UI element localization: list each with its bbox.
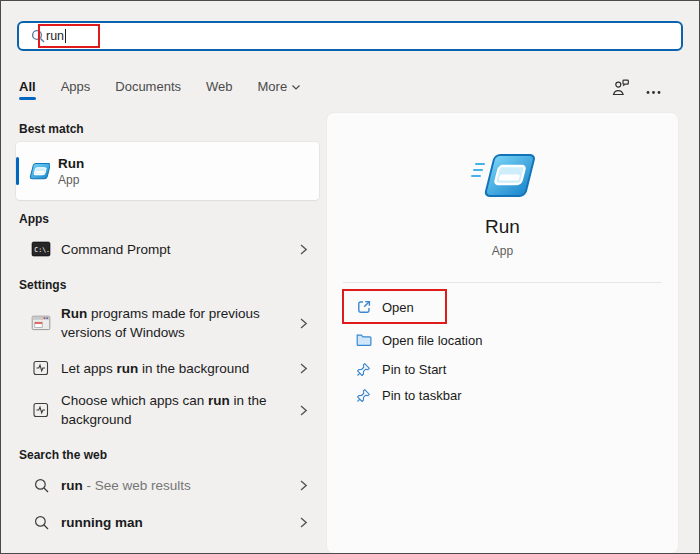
result-label: Command Prompt [61,240,279,259]
action-pin-to-taskbar[interactable]: Pin to taskbar [327,381,678,409]
run-app-icon [26,161,50,182]
chevron-right-icon [299,362,308,375]
preview-panel: Run App Open Open file location [326,112,679,554]
chevron-right-icon [299,516,308,529]
tab-documents[interactable]: Documents [115,79,181,94]
best-match-title: Run [58,155,276,172]
selection-accent-bar [16,157,19,185]
preview-app-subtitle: App [327,244,678,258]
folder-icon [355,333,372,347]
section-header-apps: Apps [19,212,49,226]
filter-tabs: All Apps Documents Web More [19,79,326,94]
result-label: running man [61,513,279,532]
background-apps-icon [29,359,53,377]
result-web-running-man[interactable]: running man [16,504,319,540]
tab-all[interactable]: All [19,79,36,94]
chevron-down-icon [291,83,301,91]
divider [343,282,662,283]
result-label: run - See web results [61,476,279,495]
result-command-prompt[interactable]: C:\. Command Prompt [16,231,319,267]
section-header-web: Search the web [19,448,107,462]
preview-app-title: Run [327,216,678,238]
result-web-run[interactable]: run - See web results [16,467,319,503]
action-label: Pin to Start [382,362,446,377]
chevron-right-icon [299,404,308,417]
action-label: Pin to taskbar [382,388,462,403]
result-let-apps-run-background[interactable]: Let apps run in the background [16,350,319,386]
text-caret [65,29,66,43]
command-prompt-icon: C:\. [29,240,53,258]
more-options-icon[interactable] [646,81,661,99]
search-query-highlight-box: run [38,24,100,48]
tab-more[interactable]: More [258,79,302,94]
result-label: Run programs made for previous versions … [61,304,279,342]
svg-text:C:\.: C:\. [34,246,50,254]
best-match-result-run[interactable]: Run App [16,142,319,200]
result-label: Let apps run in the background [61,359,279,378]
web-search-icon [29,515,53,530]
pin-icon [355,388,372,403]
tab-apps[interactable]: Apps [61,79,91,94]
chevron-right-icon [299,317,308,330]
action-open-file-location[interactable]: Open file location [327,326,678,354]
chevron-right-icon [299,479,308,492]
section-header-settings: Settings [19,278,66,292]
result-choose-apps-background[interactable]: Choose which apps can run in the backgro… [16,384,319,436]
background-apps-icon [29,401,53,419]
selected-tab-indicator [19,97,36,100]
chevron-right-icon [299,243,308,256]
web-search-icon [29,478,53,493]
action-pin-to-start[interactable]: Pin to Start [327,355,678,383]
search-bar[interactable]: run [17,21,683,51]
section-header-best-match: Best match [19,122,84,136]
run-app-icon-large [469,151,537,205]
result-label: Choose which apps can run in the backgro… [61,391,279,429]
tab-web[interactable]: Web [206,79,233,94]
pin-icon [355,362,372,377]
search-input-value[interactable]: run [46,29,64,43]
open-highlight-box [342,289,447,324]
best-match-subtitle: App [58,172,276,188]
tab-more-label: More [258,79,288,94]
compatibility-icon [29,313,53,333]
result-run-compatibility-setting[interactable]: Run programs made for previous versions … [16,297,319,349]
account-icon[interactable] [612,79,630,100]
windows-search-flyout: run All Apps Documents Web More [0,0,700,554]
action-label: Open file location [382,333,482,348]
